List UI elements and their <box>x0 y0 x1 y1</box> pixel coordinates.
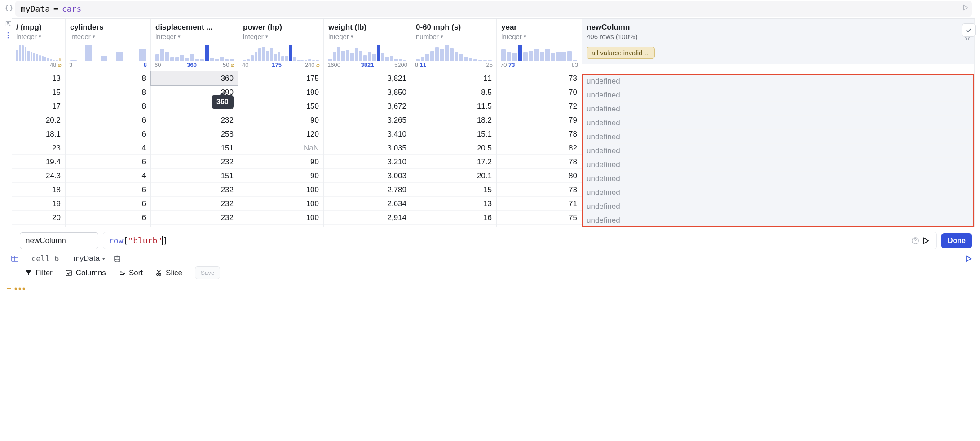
table-cell[interactable]: 80 <box>497 169 582 183</box>
column-header[interactable]: power (hp)integer ▾ <box>238 19 323 43</box>
table-cell[interactable]: 90 <box>238 113 323 127</box>
table-cell[interactable]: 175 <box>238 71 323 85</box>
table-cell[interactable]: 71 <box>497 197 582 211</box>
add-cell-row[interactable]: + ••• <box>6 284 980 294</box>
table-cell[interactable]: 23 <box>12 141 65 155</box>
table-cell[interactable]: 3,672 <box>324 99 411 113</box>
table-cell[interactable]: 8 <box>66 71 150 85</box>
table-cell[interactable]: 6 <box>66 183 150 197</box>
histogram[interactable] <box>151 43 238 61</box>
column-type[interactable]: integer ▾ <box>70 33 146 40</box>
confirm-button[interactable] <box>962 23 976 37</box>
table-cell[interactable]: 15 <box>12 85 65 99</box>
table-cell[interactable]: 17.2 <box>411 155 496 169</box>
run-icon[interactable] <box>922 237 929 244</box>
save-button[interactable]: Save <box>195 266 220 279</box>
column-type[interactable]: integer ▾ <box>243 33 319 40</box>
table-cell[interactable]: undefined <box>582 102 974 116</box>
columns-button[interactable]: Columns <box>65 269 106 278</box>
table-cell[interactable]: 258 <box>151 127 238 141</box>
table-cell[interactable]: undefined <box>582 130 974 144</box>
sort-button[interactable]: Sort <box>119 269 143 278</box>
dataset-selector[interactable]: myData ▾ <box>73 254 105 263</box>
table-cell[interactable]: 3,003 <box>324 169 411 183</box>
table-cell[interactable]: 20.5 <box>411 141 496 155</box>
table-cell[interactable]: undefined <box>582 88 974 102</box>
table-cell[interactable]: 100 <box>238 183 323 197</box>
column-type[interactable]: integer ▾ <box>155 33 234 40</box>
table-cell[interactable]: 15 <box>411 183 496 197</box>
table-cell[interactable]: 232 <box>151 113 238 127</box>
histogram[interactable] <box>324 43 411 61</box>
table-cell[interactable]: 190 <box>238 85 323 99</box>
table-cell[interactable]: 6 <box>66 155 150 169</box>
column-name-input[interactable] <box>20 232 98 249</box>
table-cell[interactable]: 8 <box>66 85 150 99</box>
histogram[interactable] <box>238 43 323 61</box>
play-outline-icon[interactable] <box>965 255 972 262</box>
table-cell[interactable]: 151 <box>151 141 238 155</box>
column-header[interactable]: / (mpg)integer ▾ <box>12 19 65 43</box>
table-cell[interactable]: 11 <box>411 71 496 85</box>
table-cell[interactable]: 6 <box>66 113 150 127</box>
table-cell[interactable]: 2,789 <box>324 183 411 197</box>
column-type[interactable]: integer ▾ <box>328 33 406 40</box>
table-cell[interactable]: 2,914 <box>324 211 411 225</box>
table-cell[interactable]: 78 <box>497 155 582 169</box>
column-header[interactable]: newColumn406 rows (100%){} <box>582 19 974 43</box>
table-cell[interactable]: 8.5 <box>411 85 496 99</box>
code-cell[interactable]: myData = cars <box>15 1 972 17</box>
table-cell[interactable]: 75 <box>497 211 582 225</box>
table-cell[interactable]: 4 <box>66 169 150 183</box>
done-button[interactable]: Done <box>941 233 972 248</box>
table-cell[interactable]: 19.4 <box>12 155 65 169</box>
table-cell[interactable]: 151 <box>151 169 238 183</box>
table-cell[interactable]: 20 <box>12 211 65 225</box>
table-cell[interactable]: 232 <box>151 211 238 225</box>
table-cell[interactable]: 78 <box>497 127 582 141</box>
table-cell[interactable]: 73 <box>497 71 582 85</box>
more-vert-icon[interactable]: ⋮ <box>4 31 12 40</box>
table-icon[interactable] <box>10 254 20 264</box>
table-cell[interactable]: 82 <box>497 141 582 155</box>
collapse-icon[interactable]: ⇱ <box>5 20 11 28</box>
table-cell[interactable]: undefined <box>582 199 974 213</box>
histogram[interactable] <box>12 43 65 61</box>
table-cell[interactable]: 11.5 <box>411 99 496 113</box>
table-cell[interactable]: 4 <box>66 141 150 155</box>
expression-input[interactable]: row["blurb"] <box>103 232 937 249</box>
column-header[interactable]: weight (lb)integer ▾ <box>324 19 411 43</box>
table-cell[interactable]: 360 <box>151 71 238 85</box>
table-cell[interactable]: 90 <box>238 169 323 183</box>
table-cell[interactable]: 6 <box>66 127 150 141</box>
column-header[interactable]: 0-60 mph (s)number ▾ <box>411 19 496 43</box>
column-type[interactable]: integer ▾ <box>16 33 61 40</box>
slice-button[interactable]: Slice <box>155 269 182 278</box>
table-cell[interactable]: 3,410 <box>324 127 411 141</box>
table-cell[interactable]: 232 <box>151 183 238 197</box>
table-cell[interactable]: 20.2 <box>12 113 65 127</box>
table-cell[interactable]: undefined <box>582 144 974 158</box>
table-cell[interactable]: 17 <box>12 99 65 113</box>
histogram[interactable] <box>411 43 496 61</box>
database-icon[interactable] <box>113 255 121 263</box>
table-cell[interactable]: 3,210 <box>324 155 411 169</box>
table-cell[interactable]: 18.1 <box>12 127 65 141</box>
table-cell[interactable]: 15.1 <box>411 127 496 141</box>
column-header[interactable]: yearinteger ▾ <box>497 19 582 43</box>
table-cell[interactable]: 70 <box>497 85 582 99</box>
table-cell[interactable]: 13 <box>12 71 65 85</box>
table-cell[interactable]: 3,035 <box>324 141 411 155</box>
table-cell[interactable]: 100 <box>238 211 323 225</box>
table-cell[interactable]: NaN <box>238 141 323 155</box>
histogram[interactable] <box>497 43 582 61</box>
column-header[interactable]: cylindersinteger ▾ <box>66 19 150 43</box>
table-cell[interactable]: 18 <box>12 183 65 197</box>
histogram[interactable] <box>66 43 150 61</box>
table-cell[interactable]: 232 <box>151 197 238 211</box>
table-cell[interactable]: 120 <box>238 127 323 141</box>
table-cell[interactable]: 3,850 <box>324 85 411 99</box>
table-cell[interactable]: 100 <box>238 197 323 211</box>
table-cell[interactable]: 150 <box>238 99 323 113</box>
table-cell[interactable]: undefined <box>582 74 974 88</box>
